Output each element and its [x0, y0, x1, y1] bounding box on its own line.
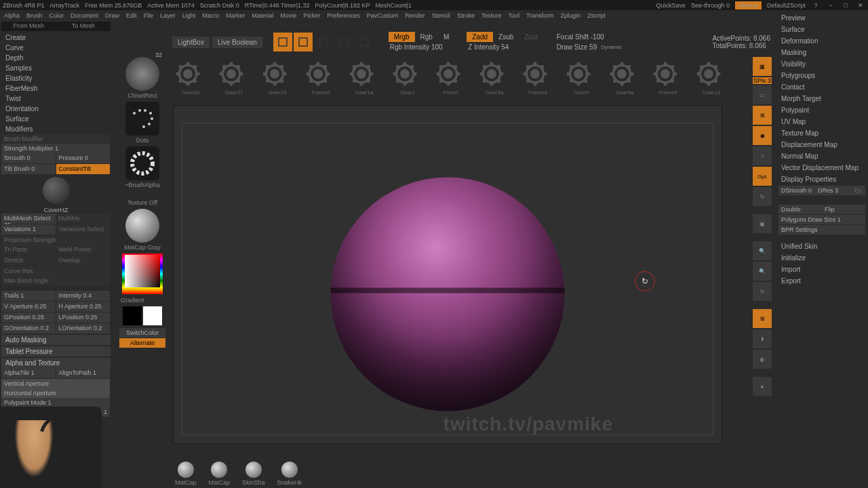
panel-import[interactable]: Import — [777, 264, 867, 275]
tablet-pressure-header[interactable]: Tablet Pressure — [1, 346, 111, 357]
stroke-dots-thumb[interactable] — [125, 102, 159, 136]
tilt-brush-field[interactable]: Tilt Brush 0 — [1, 164, 56, 174]
solo-button[interactable]: ● — [753, 377, 772, 396]
left-curve[interactable]: Curve — [1, 43, 111, 53]
zcut-button[interactable]: Zcut — [519, 32, 542, 42]
panel-vector-displacement-map[interactable]: Vector Displacement Map — [777, 162, 867, 174]
bpr-settings[interactable]: BPR Settings — [778, 225, 865, 235]
tab-from-mesh[interactable]: From Mesh — [1, 22, 56, 31]
gear-gear26[interactable]: Gear26 — [172, 58, 209, 96]
menu-color[interactable]: Color — [50, 12, 64, 19]
panel-surface[interactable]: Surface — [777, 24, 867, 35]
spix-field[interactable]: SPix 3 — [753, 77, 772, 84]
auto-masking-header[interactable]: Auto Masking — [1, 335, 111, 345]
gear-gear1a[interactable]: Gear1a — [346, 58, 382, 96]
menu-stroke[interactable]: Stroke — [457, 12, 475, 19]
menu-macro[interactable]: Macro — [202, 12, 219, 19]
local-button[interactable]: ◉ — [753, 126, 772, 145]
menu-transform[interactable]: Transform — [526, 12, 554, 19]
default-zscript[interactable]: DefaultZScript — [767, 2, 806, 9]
multimesh-select[interactable]: MultiMesh Select 25 — [1, 214, 56, 224]
zoom-button[interactable]: 🔍 — [753, 241, 772, 260]
dres-field[interactable]: DRes 3 — [815, 186, 852, 195]
panel-display-properties[interactable]: Display Properties — [777, 174, 867, 185]
gear-strip[interactable]: Gear26Gear27Gear28Frame0Gear1aGear1Fram2… — [170, 56, 773, 98]
switch-color-button[interactable]: SwitchColor — [119, 328, 165, 338]
menu-zscript[interactable]: Zscript — [587, 12, 606, 19]
edit-mode-button[interactable] — [273, 33, 292, 52]
color-swatch-white[interactable] — [143, 306, 162, 325]
panel-deformation[interactable]: Deformation — [777, 35, 867, 47]
panel-uv-map[interactable]: UV Map — [777, 116, 867, 127]
gear-gear5[interactable]: Gear5 — [563, 58, 599, 96]
panel-normal-map[interactable]: Normal Map — [777, 150, 867, 162]
menu-zplugin[interactable]: Zplugin — [561, 12, 581, 19]
menu-pavcustom[interactable]: PavCustom — [367, 12, 399, 19]
gear-gear9a[interactable]: Gear9a — [606, 58, 643, 96]
tab-to-mesh[interactable]: To Mesh — [56, 22, 111, 31]
panel-initialize[interactable]: Initialize — [777, 252, 867, 264]
sphere-mesh[interactable] — [331, 178, 565, 411]
focal-shift-slider[interactable]: Focal Shift -100 — [555, 32, 623, 42]
maximize-icon[interactable]: □ — [841, 1, 850, 10]
seethrough-slider[interactable]: See-through 0 — [691, 2, 730, 9]
panel-polypaint[interactable]: Polypaint — [777, 104, 867, 116]
rgb-button[interactable]: Rgb — [415, 32, 438, 42]
sym-button[interactable]: ↻ — [753, 187, 772, 206]
frame-button[interactable]: ▣ — [753, 214, 772, 233]
left-samples[interactable]: Samples — [1, 63, 111, 73]
persp-button[interactable]: ▭ — [753, 85, 772, 104]
panel-unified-skin[interactable]: Unified Skin — [777, 241, 867, 252]
zoom3d-button[interactable]: 🔍 — [753, 262, 772, 281]
draw-button[interactable]: ⬍ — [753, 329, 772, 348]
minimize-icon[interactable]: − — [826, 1, 835, 10]
constant-tilt-button[interactable]: ConstantTilt — [56, 164, 111, 174]
floor-button[interactable]: ⊞ — [753, 106, 772, 125]
menu-draw[interactable]: Draw — [105, 12, 119, 19]
panel-morph-target[interactable]: Morph Target — [777, 93, 867, 104]
tool-thumb[interactable]: ▦ — [753, 57, 772, 76]
menu-render[interactable]: Render — [405, 12, 425, 19]
zsub-button[interactable]: Zsub — [493, 32, 519, 42]
help-icon[interactable]: ? — [811, 1, 821, 10]
panel-masking[interactable]: Masking — [777, 47, 867, 58]
canvas[interactable]: ↻ twitch.tv/pavmike — [173, 105, 722, 444]
menu-texture[interactable]: Texture — [481, 12, 502, 19]
cover-thumb[interactable] — [43, 177, 70, 204]
brush-alpha-thumb[interactable] — [125, 146, 159, 180]
left-surface[interactable]: Surface — [1, 114, 111, 124]
panel-visibility[interactable]: Visibility — [777, 58, 867, 70]
dsmooth-field[interactable]: DSmooth 0 — [778, 186, 815, 195]
left-orientation[interactable]: Orientation — [1, 104, 111, 114]
move-mode-button[interactable] — [314, 33, 333, 52]
alpha-texture-header[interactable]: Alpha and Texture — [1, 358, 111, 368]
close-icon[interactable]: ✕ — [856, 1, 865, 10]
mrgb-button[interactable]: Mrgb — [389, 32, 415, 42]
ghost-button[interactable]: ◐ — [753, 350, 772, 369]
double-button[interactable]: Double — [778, 205, 822, 214]
gear-frame4[interactable]: Frame4 — [519, 58, 556, 96]
menu-light[interactable]: Light — [182, 12, 196, 19]
strength-multiplier[interactable]: Strength Multiplier 1 — [1, 144, 111, 153]
menu-picker[interactable]: Picker — [303, 12, 320, 19]
smooth-field[interactable]: Smooth 0 — [1, 153, 56, 163]
zadd-button[interactable]: Zadd — [467, 32, 493, 42]
xyz-button[interactable]: ⊹ — [753, 146, 772, 165]
draw-size-slider[interactable]: Draw Size 59 — [555, 42, 598, 52]
material-skinsha[interactable]: SkinSha — [242, 462, 265, 486]
z-intensity-slider[interactable]: Z Intensity 54 — [467, 42, 542, 52]
menu-alpha[interactable]: Alpha — [4, 12, 20, 19]
menu-marker[interactable]: Marker — [226, 12, 245, 19]
gear-gear3a[interactable]: Gear3a — [476, 58, 513, 96]
menu-stencil[interactable]: Stencil — [432, 12, 450, 19]
gear-gear13[interactable]: Gear13 — [693, 58, 730, 96]
left-depth[interactable]: Depth — [1, 53, 111, 63]
m-button[interactable]: M — [438, 32, 454, 42]
material-snakehk[interactable]: SnakeHk — [277, 462, 302, 486]
gear-fram2[interactable]: Fram2 — [433, 58, 469, 96]
draw-mode-button[interactable] — [294, 33, 313, 52]
panel-displacement-map[interactable]: Displacement Map — [777, 139, 867, 150]
left-twist[interactable]: Twist — [1, 94, 111, 104]
panel-contact[interactable]: Contact — [777, 81, 867, 93]
panel-export[interactable]: Export — [777, 275, 867, 287]
